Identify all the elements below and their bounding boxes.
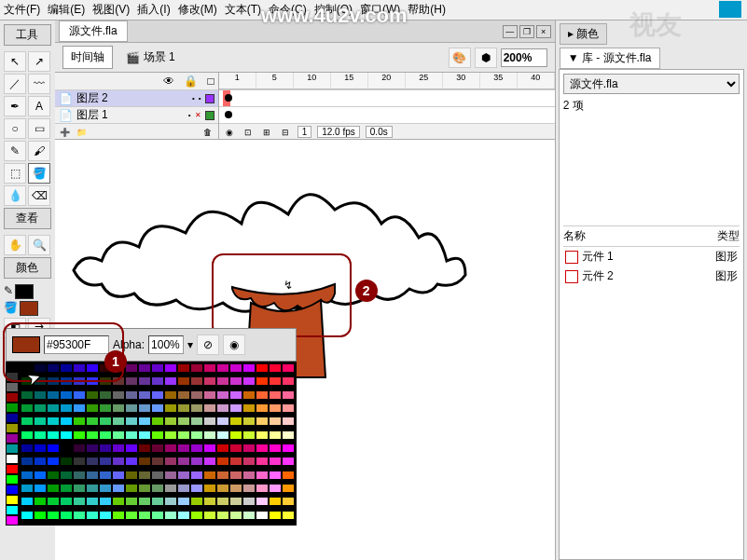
color-palette[interactable] [6, 362, 297, 526]
menu-modify[interactable]: 修改(M) [178, 2, 217, 18]
bucket-icon: 🪣 [4, 301, 18, 316]
lasso-tool[interactable]: 〰 [28, 74, 50, 94]
center-frame-icon[interactable]: ⊡ [242, 126, 255, 139]
hand-tool[interactable]: ✋ [4, 235, 26, 255]
scene-selector[interactable]: 🎬场景 1 [120, 48, 181, 67]
new-layer-icon[interactable]: ➕ [59, 126, 72, 139]
menu-bar: 文件(F) 编辑(E) 视图(V) 插入(I) 修改(M) 文本(T) 命令(C… [0, 0, 747, 20]
alpha-input[interactable] [148, 335, 184, 354]
menu-edit[interactable]: 编辑(E) [48, 2, 85, 18]
pen-tool[interactable]: ✒ [4, 96, 26, 116]
tools-title: 工具 [4, 24, 51, 46]
delete-layer-icon[interactable]: 🗑 [201, 126, 214, 139]
library-item-count: 2 项 [563, 98, 740, 114]
text-tool[interactable]: A [28, 96, 50, 116]
current-color-swatch [12, 336, 40, 353]
layers-column: 👁 🔒 □ 📄 图层 2 •• 📄 图层 1 •✕ ➕ 📁 � [55, 73, 219, 139]
layer-name: 图层 2 [76, 90, 108, 106]
fps-display: 12.0 fps [317, 126, 360, 138]
layer-row[interactable]: 📄 图层 1 •✕ [55, 106, 218, 123]
eye-icon[interactable]: 👁 [163, 75, 174, 88]
library-panel: 源文件.fla 2 项 名称类型 元件 1图形 元件 2图形 [559, 69, 744, 560]
timeline-header: 时间轴 🎬场景 1 🎨 ⬢ 200% [55, 43, 555, 73]
app-logo-icon [719, 1, 741, 18]
hex-input[interactable] [44, 335, 109, 354]
zoom-dropdown[interactable]: 200% [501, 48, 547, 67]
alpha-label: Alpha: [113, 338, 145, 351]
menu-insert[interactable]: 插入(I) [137, 2, 170, 18]
selection-tool[interactable]: ↖ [4, 51, 26, 72]
free-transform-tool[interactable]: ⬚ [4, 163, 26, 184]
scene-icon: 🎬 [126, 51, 140, 64]
onion-skin-icon[interactable]: ◉ [223, 126, 236, 139]
name-column-header[interactable]: 名称 [563, 228, 586, 244]
timeline-toggle-button[interactable]: 时间轴 [62, 46, 113, 69]
timeline-panel: 👁 🔒 □ 📄 图层 2 •• 📄 图层 1 •✕ ➕ 📁 � [55, 73, 555, 140]
brush-tool[interactable]: 🖌 [28, 141, 50, 161]
library-file-dropdown[interactable]: 源文件.fla [563, 74, 740, 94]
eyedropper-tool[interactable]: 💧 [4, 185, 26, 206]
pencil-tool[interactable]: ✎ [4, 141, 26, 161]
menu-commands[interactable]: 命令(C) [269, 2, 307, 18]
library-panel-tab[interactable]: ▼ 库 - 源文件.fla [560, 48, 660, 69]
document-tab[interactable]: 源文件.fla [59, 20, 128, 42]
layer-name: 图层 1 [76, 107, 108, 123]
layer-icon: 📄 [59, 109, 73, 122]
menu-file[interactable]: 文件(F) [4, 2, 40, 18]
menu-control[interactable]: 控制(O) [314, 2, 353, 18]
edit-scene-icon[interactable]: 🎨 [449, 48, 471, 68]
current-frame: 1 [297, 126, 312, 138]
time-display: 0.0s [366, 126, 393, 138]
frames-column[interactable]: 1510152025303540 ◉ ⊡ ⊞ ⊟ 1 12.0 fps 0.0s [219, 73, 555, 139]
callout-2: 2 [355, 280, 378, 302]
lock-icon[interactable]: 🔒 [184, 75, 198, 88]
doc-tab-bar: 源文件.fla — ❐ × [55, 20, 555, 43]
type-column-header[interactable]: 类型 [717, 228, 740, 244]
oval-tool[interactable]: ○ [4, 118, 26, 139]
right-panel-group: ▸ 颜色 ▼ 库 - 源文件.fla 源文件.fla 2 项 名称类型 元件 1… [555, 20, 747, 560]
paint-bucket-tool[interactable]: 🪣 [28, 163, 50, 184]
library-item[interactable]: 元件 2图形 [563, 266, 740, 286]
layer-row[interactable]: 📄 图层 2 •• [55, 89, 218, 106]
color-section-title: 颜色 [4, 257, 51, 279]
eraser-tool[interactable]: ⌫ [28, 185, 50, 206]
library-item[interactable]: 元件 1图形 [563, 247, 740, 266]
color-wheel-icon[interactable]: ◉ [223, 335, 245, 355]
minimize-button[interactable]: — [503, 25, 518, 38]
edit-symbol-icon[interactable]: ⬢ [475, 48, 497, 68]
menu-window[interactable]: 窗口(W) [360, 2, 400, 18]
color-picker-popup: Alpha: ▾ ⊘ ◉ [6, 328, 297, 526]
menu-view[interactable]: 视图(V) [92, 2, 130, 18]
maximize-button[interactable]: ❐ [519, 25, 534, 38]
line-tool[interactable]: ／ [4, 74, 26, 94]
menu-text[interactable]: 文本(T) [225, 2, 261, 18]
new-folder-icon[interactable]: 📁 [76, 126, 89, 139]
keyframe[interactable] [225, 111, 232, 118]
pencil-icon: ✎ [4, 284, 13, 299]
fill-color-swatch[interactable] [20, 301, 38, 316]
svg-text:↯: ↯ [284, 279, 293, 292]
no-color-icon[interactable]: ⊘ [197, 335, 219, 355]
outline-icon[interactable]: □ [207, 75, 214, 88]
keyframe[interactable] [225, 94, 232, 102]
layer-icon: 📄 [59, 92, 73, 105]
alpha-dropdown-icon[interactable]: ▾ [187, 338, 193, 351]
symbol-icon [565, 270, 578, 283]
onion-outline-icon[interactable]: ⊞ [260, 126, 273, 139]
callout-1: 1 [104, 350, 127, 373]
close-button[interactable]: × [536, 25, 551, 38]
view-section-title: 查看 [4, 208, 51, 229]
zoom-tool[interactable]: 🔍 [28, 235, 50, 255]
stroke-color-swatch[interactable] [15, 284, 34, 299]
menu-help[interactable]: 帮助(H) [408, 2, 446, 18]
rectangle-tool[interactable]: ▭ [28, 118, 50, 139]
symbol-icon [565, 251, 578, 264]
color-panel-tab[interactable]: ▸ 颜色 [560, 23, 607, 45]
frame-ruler[interactable]: 1510152025303540 [219, 73, 555, 89]
subselection-tool[interactable]: ↗ [28, 51, 50, 72]
edit-frames-icon[interactable]: ⊟ [279, 126, 292, 139]
